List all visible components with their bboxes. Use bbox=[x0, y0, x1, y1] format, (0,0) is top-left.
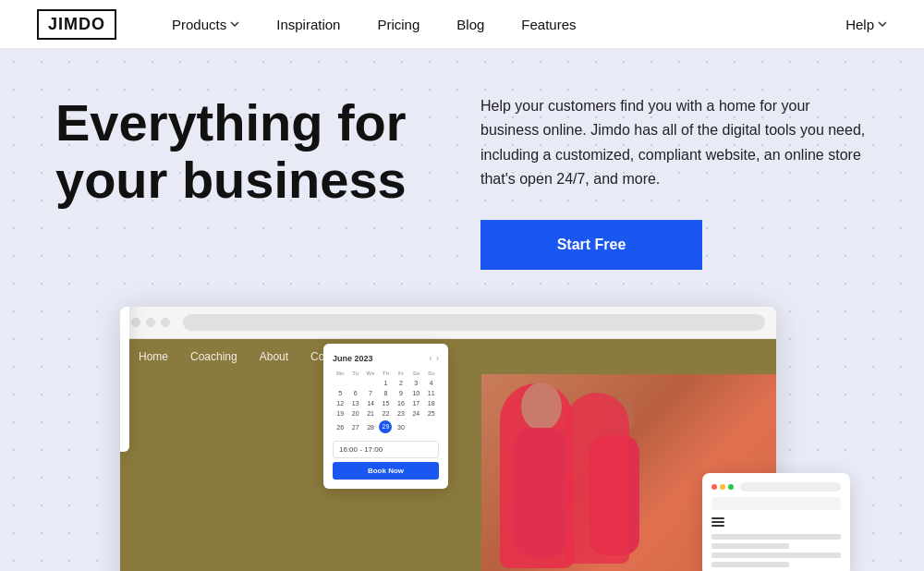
color-palette-card: Color Palette Create palette from image … bbox=[120, 307, 129, 452]
mobile-search-bar bbox=[711, 497, 841, 510]
main-content: Everything for your business Help your c… bbox=[0, 48, 924, 571]
nav-blog[interactable]: Blog bbox=[438, 0, 503, 48]
site-nav-coaching: Coaching bbox=[190, 350, 237, 363]
svg-point-2 bbox=[597, 395, 634, 437]
browser-mockup: Home Coaching About Contact bbox=[120, 307, 776, 571]
browser-dot-red bbox=[131, 318, 140, 327]
cal-time[interactable]: 16:00 - 17:00 bbox=[333, 441, 439, 458]
site-content bbox=[120, 374, 776, 571]
nav-pricing[interactable]: Pricing bbox=[359, 0, 438, 48]
women-svg bbox=[481, 374, 666, 571]
mobile-dot-red bbox=[711, 484, 717, 490]
mockup-area: Home Coaching About Contact bbox=[92, 307, 832, 571]
nav-inspiration[interactable]: Inspiration bbox=[258, 0, 359, 48]
nav-right: Help bbox=[845, 17, 887, 32]
hero-right: Help your customers find you with a home… bbox=[480, 94, 869, 270]
logo[interactable]: JIMDO bbox=[37, 9, 116, 40]
browser-dot-yellow bbox=[146, 318, 155, 327]
browser-addressbar bbox=[183, 314, 765, 331]
mobile-bar-1 bbox=[711, 534, 841, 540]
nav-links: Products Inspiration Pricing Blog Featur… bbox=[153, 0, 845, 48]
mobile-card bbox=[702, 473, 850, 571]
hamburger-icon[interactable] bbox=[711, 517, 841, 527]
cal-nav: ‹ › bbox=[429, 353, 439, 363]
browser-dot-green bbox=[161, 318, 170, 327]
mobile-bar-4 bbox=[711, 562, 789, 567]
nav-features[interactable]: Features bbox=[503, 0, 594, 48]
hero-left: Everything for your business bbox=[55, 94, 444, 208]
cal-header: June 2023 ‹ › bbox=[333, 353, 439, 363]
mobile-toolbar bbox=[711, 482, 841, 492]
nav-products[interactable]: Products bbox=[153, 0, 258, 48]
mobile-bar-2 bbox=[711, 543, 789, 549]
svg-rect-1 bbox=[514, 428, 567, 557]
cal-title: June 2023 bbox=[333, 354, 373, 363]
cal-prev[interactable]: ‹ bbox=[429, 353, 432, 363]
cal-book-btn[interactable]: Book Now bbox=[333, 462, 439, 480]
svg-point-0 bbox=[521, 383, 562, 431]
calendar-card: June 2023 ‹ › MoTuWeThFrSaSu 1234 567891… bbox=[323, 344, 448, 489]
chevron-down-icon bbox=[230, 21, 239, 27]
cta-button[interactable]: Start Free bbox=[480, 220, 702, 270]
hero-description: Help your customers find you with a home… bbox=[480, 94, 869, 192]
navbar: JIMDO Products Inspiration Pricing Blog … bbox=[0, 0, 924, 48]
site-navbar: Home Coaching About Contact bbox=[120, 339, 776, 374]
cal-grid: MoTuWeThFrSaSu 1234 567891011 1213141516… bbox=[333, 369, 439, 435]
mobile-dot-yellow bbox=[720, 484, 725, 490]
mobile-content bbox=[711, 534, 841, 567]
browser-toolbar bbox=[120, 307, 776, 339]
mobile-dot-green bbox=[728, 484, 734, 490]
site-nav-about: About bbox=[260, 350, 288, 363]
mobile-bar-3 bbox=[711, 553, 841, 558]
mobile-addressbar bbox=[740, 482, 841, 492]
help-chevron-icon bbox=[878, 21, 887, 27]
svg-rect-3 bbox=[590, 435, 639, 555]
nav-help[interactable]: Help bbox=[845, 17, 887, 32]
site-nav-home: Home bbox=[139, 350, 168, 363]
cal-next[interactable]: › bbox=[436, 353, 439, 363]
browser-body: Home Coaching About Contact bbox=[120, 339, 776, 571]
hero-title: Everything for your business bbox=[55, 94, 444, 208]
